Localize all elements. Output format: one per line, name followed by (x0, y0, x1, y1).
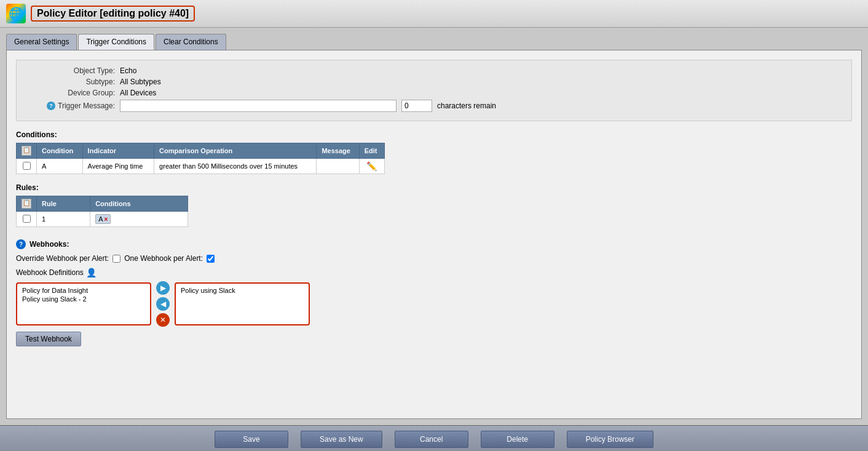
app-logo: 🌐 (6, 4, 26, 23)
header: 🌐 Policy Editor [editing policy #40] (0, 0, 868, 28)
tab-clear-conditions[interactable]: Clear Conditions (156, 34, 226, 50)
rules-title: Rules: (16, 183, 852, 192)
rules-col-checkbox: 📋 (17, 196, 37, 212)
list-item[interactable]: Policy using Slack - 2 (21, 295, 146, 303)
characters-remain-label: characters remain (437, 102, 496, 110)
rules-select-all[interactable]: 📋 (22, 199, 31, 209)
webhooks-title: ? Webhooks: (16, 239, 852, 249)
conditions-title: Conditions: (16, 130, 852, 139)
table-row: A Average Ping time greater than 500 Mil… (17, 159, 385, 174)
edit-icon[interactable]: ✏️ (366, 161, 377, 171)
trigger-message-row: ? Trigger Message: characters remain (29, 100, 839, 112)
conditions-col-comparison: Comparison Operation (154, 143, 317, 159)
conditions-section: Conditions: 📋 Condition Indicator Compar… (16, 130, 852, 174)
trigger-message-help-icon[interactable]: ? (47, 102, 55, 110)
subtype-label: Subtype: (29, 78, 115, 86)
conditions-select-all[interactable]: 📋 (22, 146, 31, 156)
one-webhook-label: One Webhook per Alert: (124, 254, 203, 263)
row-indicator: Average Ping time (82, 159, 154, 174)
row-condition: A (37, 159, 83, 174)
webhook-arrow-buttons: ▶ ◀ ✕ (156, 281, 170, 327)
webhook-remove-button[interactable]: ◀ (156, 297, 170, 311)
webhooks-section: ? Webhooks: Override Webhook per Alert: … (16, 239, 852, 346)
rules-table: 📋 Rule Conditions 1 A × (16, 196, 188, 227)
trigger-message-input[interactable] (120, 100, 397, 112)
rules-col-conditions: Conditions (90, 196, 188, 212)
row-comparison: greater than 500 Milliseconds over 15 mi… (154, 159, 317, 174)
subtype-value: All Subtypes (120, 78, 161, 86)
webhook-add-button[interactable]: ▶ (156, 281, 170, 295)
footer: Save Save as New Cancel Delete Policy Br… (0, 425, 868, 451)
conditions-col-condition: Condition (37, 143, 83, 159)
cancel-button[interactable]: Cancel (395, 431, 468, 448)
delete-button[interactable]: Delete (481, 431, 554, 448)
save-as-new-button[interactable]: Save as New (301, 431, 382, 448)
trigger-message-label: Trigger Message: (58, 102, 115, 110)
webhooks-icon: ? (16, 239, 26, 249)
tab-bar: General Settings Trigger Conditions Clea… (6, 34, 862, 50)
conditions-col-checkbox: 📋 (17, 143, 37, 159)
table-row: 1 A × (17, 212, 188, 227)
override-checkbox[interactable] (112, 255, 120, 263)
webhook-defs-row: Webhook Definitions 👤 (16, 268, 852, 277)
rules-tbody: 1 A × (17, 212, 188, 227)
row-checkbox-cell (17, 159, 37, 174)
webhook-manage-icon[interactable]: 👤 (86, 268, 97, 277)
conditions-col-indicator: Indicator (82, 143, 154, 159)
trigger-message-input-group: characters remain (120, 100, 496, 112)
subtype-row: Subtype: All Subtypes (29, 78, 839, 86)
webhook-defs-label: Webhook Definitions (16, 268, 84, 277)
rule-conditions-cell: A × (90, 212, 188, 227)
tab-general-settings[interactable]: General Settings (6, 34, 77, 50)
tab-trigger-conditions[interactable]: Trigger Conditions (78, 34, 154, 50)
rule-checkbox[interactable] (23, 215, 31, 223)
device-group-value: All Devices (120, 89, 156, 97)
policy-browser-button[interactable]: Policy Browser (567, 431, 653, 448)
remove-condition-tag[interactable]: × (105, 216, 108, 223)
row-message (317, 159, 359, 174)
conditions-col-edit: Edit (359, 143, 384, 159)
webhook-remove-all-button[interactable]: ✕ (156, 313, 170, 327)
panel-content: Object Type: Echo Subtype: All Subtypes … (6, 50, 862, 419)
object-type-value: Echo (120, 66, 136, 75)
condition-tag: A × (95, 214, 111, 224)
webhook-selected-list[interactable]: Policy using Slack (175, 282, 310, 325)
override-label: Override Webhook per Alert: (16, 254, 109, 263)
list-item[interactable]: Policy for Data Insight (21, 286, 146, 295)
save-button[interactable]: Save (215, 431, 288, 448)
rules-section: Rules: 📋 Rule Conditions 1 (16, 183, 852, 227)
override-row: Override Webhook per Alert: One Webhook … (16, 254, 852, 263)
conditions-tbody: A Average Ping time greater than 500 Mil… (17, 159, 385, 174)
rule-checkbox-cell (17, 212, 37, 227)
page-title: Policy Editor [editing policy #40] (31, 6, 195, 22)
conditions-col-message: Message (317, 143, 359, 159)
characters-remain-input[interactable] (401, 100, 432, 112)
list-item[interactable]: Policy using Slack (180, 286, 305, 295)
object-type-label: Object Type: (29, 66, 115, 75)
test-webhook-button[interactable]: Test Webhook (16, 332, 81, 346)
object-type-row: Object Type: Echo (29, 66, 839, 75)
rules-col-rule: Rule (37, 196, 90, 212)
rule-number: 1 (37, 212, 90, 227)
one-webhook-checkbox[interactable] (207, 255, 215, 263)
conditions-table: 📋 Condition Indicator Comparison Operati… (16, 143, 385, 174)
webhooks-label: Webhooks: (30, 240, 69, 249)
device-group-row: Device Group: All Devices (29, 89, 839, 97)
webhook-lists: Policy for Data InsightPolicy using Slac… (16, 281, 852, 327)
row-edit[interactable]: ✏️ (359, 159, 384, 174)
webhook-available-list[interactable]: Policy for Data InsightPolicy using Slac… (16, 282, 151, 325)
row-checkbox[interactable] (23, 162, 31, 170)
object-info-table: Object Type: Echo Subtype: All Subtypes … (16, 60, 852, 121)
device-group-label: Device Group: (29, 89, 115, 97)
main-content: General Settings Trigger Conditions Clea… (0, 28, 868, 425)
